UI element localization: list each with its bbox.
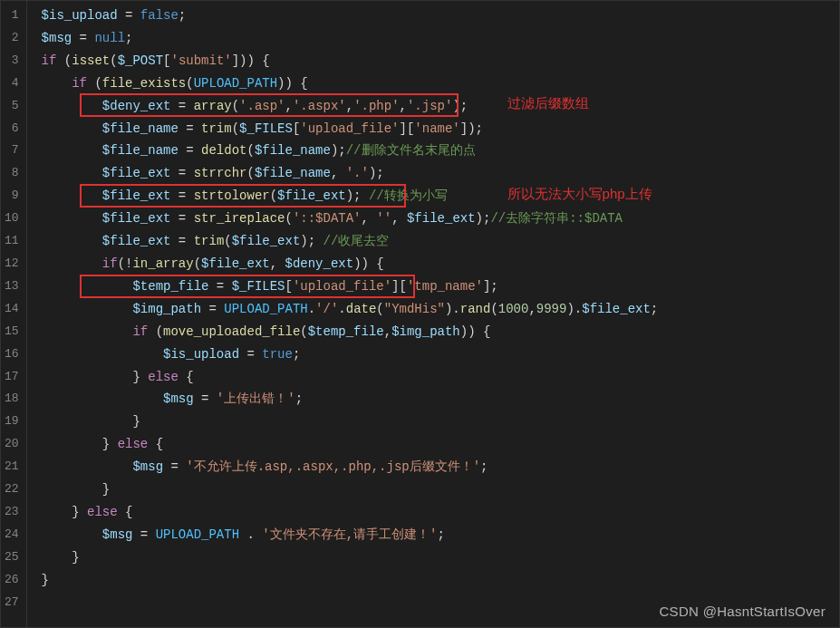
code-line: if (isset($_POST['submit'])) { [42, 50, 839, 72]
annotation-cannot-upload: 所以无法大小写php上传 [507, 183, 652, 206]
line-number: 16 [5, 343, 19, 366]
code-line: $msg = '上传出错！'; [42, 388, 839, 411]
code-line: $file_name = trim($_FILES['upload_file']… [42, 118, 839, 140]
code-line: if (file_exists(UPLOAD_PATH)) { [42, 72, 839, 95]
line-number: 2 [5, 27, 19, 50]
code-line: if(!in_array($file_ext, $deny_ext)) { [42, 253, 839, 275]
code-line: $file_ext = strtolower($file_ext); //转换为… [42, 185, 839, 208]
code-line: $file_ext = str_ireplace('::$DATA', '', … [42, 208, 839, 230]
line-number: 23 [5, 501, 19, 524]
code-line: } [42, 478, 839, 501]
code-line: } [42, 546, 839, 569]
line-number: 1 [5, 5, 19, 27]
line-number: 18 [5, 388, 19, 411]
code-line: } [42, 411, 839, 433]
line-number: 9 [5, 185, 19, 208]
code-line: $file_ext = trim($file_ext); //收尾去空 [42, 230, 839, 253]
code-line: $msg = '不允许上传.asp,.aspx,.php,.jsp后缀文件！'; [42, 456, 839, 478]
code-line: $temp_file = $_FILES['upload_file']['tmp… [42, 275, 839, 298]
line-number: 27 [5, 592, 19, 614]
annotation-filter-ext: 过滤后缀数组 [507, 92, 589, 115]
watermark: CSDN @HasntStartIsOver [659, 604, 826, 619]
line-number: 17 [5, 366, 19, 389]
code-line: $deny_ext = array('.asp','.aspx','.php',… [42, 95, 839, 118]
line-number-gutter: 1 2 3 4 5 6 7 8 9 10 11 12 13 14 15 16 1… [1, 1, 27, 627]
line-number: 4 [5, 72, 19, 95]
line-number: 22 [5, 478, 19, 501]
code-area: $is_upload = false; $msg = null; if (iss… [27, 1, 839, 627]
line-number: 21 [5, 456, 19, 478]
code-line: $file_name = deldot($file_name);//删除文件名末… [42, 140, 839, 162]
line-number: 26 [5, 569, 19, 592]
code-line: $is_upload = true; [42, 343, 839, 366]
line-number: 8 [5, 162, 19, 185]
line-number: 25 [5, 546, 19, 569]
line-number: 7 [5, 140, 19, 162]
line-number: 20 [5, 433, 19, 456]
line-number: 10 [5, 208, 19, 230]
line-number: 19 [5, 411, 19, 433]
line-number: 3 [5, 50, 19, 72]
code-line: if (move_uploaded_file($temp_file,$img_p… [42, 321, 839, 343]
code-line: $img_path = UPLOAD_PATH.'/'.date("YmdHis… [42, 298, 839, 321]
line-number: 11 [5, 230, 19, 253]
code-line: } else { [42, 433, 839, 456]
code-line: $file_ext = strrchr($file_name, '.'); [42, 162, 839, 185]
line-number: 24 [5, 524, 19, 546]
line-number: 6 [5, 118, 19, 140]
code-line: $is_upload = false; [42, 5, 839, 27]
line-number: 5 [5, 95, 19, 118]
code-editor: 1 2 3 4 5 6 7 8 9 10 11 12 13 14 15 16 1… [0, 0, 840, 628]
code-line: $msg = UPLOAD_PATH . '文件夹不存在,请手工创建！'; [42, 524, 839, 546]
code-line: $msg = null; [42, 27, 839, 50]
line-number: 12 [5, 253, 19, 275]
line-number: 13 [5, 275, 19, 298]
code-line: } [42, 569, 839, 592]
code-line: } else { [42, 501, 839, 524]
code-line: } else { [42, 366, 839, 389]
line-number: 14 [5, 298, 19, 321]
line-number: 15 [5, 321, 19, 343]
